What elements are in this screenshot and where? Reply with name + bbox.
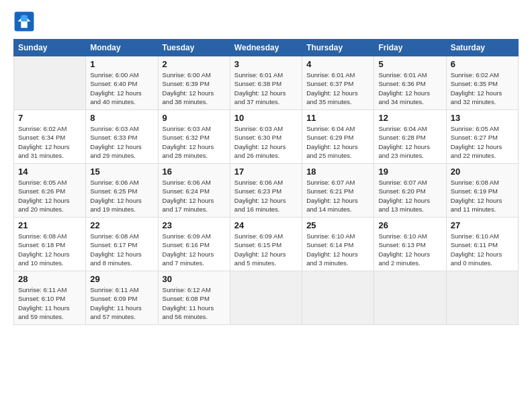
logo-icon xyxy=(13,11,35,32)
day-info: Sunrise: 6:07 AM Sunset: 6:20 PM Dayligh… xyxy=(378,178,441,214)
day-number: 1 xyxy=(90,59,153,69)
day-number: 3 xyxy=(234,59,298,69)
day-number: 12 xyxy=(378,113,441,123)
calendar-week-row: 1Sunrise: 6:00 AM Sunset: 6:40 PM Daylig… xyxy=(14,56,519,110)
day-number: 20 xyxy=(451,167,514,177)
day-number: 26 xyxy=(378,220,441,230)
calendar-cell xyxy=(230,271,302,325)
day-number: 14 xyxy=(18,167,81,177)
day-number: 8 xyxy=(90,113,153,123)
calendar-cell xyxy=(302,271,374,325)
weekday-header: Friday xyxy=(374,40,446,56)
calendar-cell: 24Sunrise: 6:09 AM Sunset: 6:15 PM Dayli… xyxy=(230,218,302,271)
day-info: Sunrise: 6:12 AM Sunset: 6:08 PM Dayligh… xyxy=(163,285,226,321)
day-number: 28 xyxy=(18,274,81,284)
weekday-header: Wednesday xyxy=(230,40,302,56)
day-number: 23 xyxy=(163,220,226,230)
day-info: Sunrise: 6:11 AM Sunset: 6:10 PM Dayligh… xyxy=(18,285,81,321)
calendar-cell: 6Sunrise: 6:02 AM Sunset: 6:35 PM Daylig… xyxy=(446,56,518,110)
calendar-cell: 28Sunrise: 6:11 AM Sunset: 6:10 PM Dayli… xyxy=(14,271,86,325)
day-info: Sunrise: 6:11 AM Sunset: 6:09 PM Dayligh… xyxy=(90,285,153,321)
calendar-cell: 1Sunrise: 6:00 AM Sunset: 6:40 PM Daylig… xyxy=(86,56,158,110)
calendar-cell: 13Sunrise: 6:05 AM Sunset: 6:27 PM Dayli… xyxy=(446,110,518,164)
calendar-table: SundayMondayTuesdayWednesdayThursdayFrid… xyxy=(13,39,519,325)
day-number: 7 xyxy=(18,113,81,123)
calendar-week-row: 21Sunrise: 6:08 AM Sunset: 6:18 PM Dayli… xyxy=(14,218,519,271)
day-number: 24 xyxy=(234,220,298,230)
calendar-cell: 18Sunrise: 6:07 AM Sunset: 6:21 PM Dayli… xyxy=(302,164,374,218)
day-info: Sunrise: 6:05 AM Sunset: 6:26 PM Dayligh… xyxy=(18,178,81,214)
day-info: Sunrise: 6:06 AM Sunset: 6:23 PM Dayligh… xyxy=(234,178,298,214)
calendar-week-row: 7Sunrise: 6:02 AM Sunset: 6:34 PM Daylig… xyxy=(14,110,519,164)
calendar-cell: 27Sunrise: 6:10 AM Sunset: 6:11 PM Dayli… xyxy=(446,218,518,271)
calendar-week-row: 28Sunrise: 6:11 AM Sunset: 6:10 PM Dayli… xyxy=(14,271,519,325)
calendar-cell: 26Sunrise: 6:10 AM Sunset: 6:13 PM Dayli… xyxy=(374,218,446,271)
calendar-cell: 3Sunrise: 6:01 AM Sunset: 6:38 PM Daylig… xyxy=(230,56,302,110)
header xyxy=(13,11,519,32)
day-info: Sunrise: 6:00 AM Sunset: 6:40 PM Dayligh… xyxy=(90,71,153,106)
calendar-cell: 25Sunrise: 6:10 AM Sunset: 6:14 PM Dayli… xyxy=(302,218,374,271)
logo xyxy=(13,11,38,32)
calendar-cell: 21Sunrise: 6:08 AM Sunset: 6:18 PM Dayli… xyxy=(14,218,86,271)
calendar-cell xyxy=(14,56,86,110)
calendar-cell: 15Sunrise: 6:06 AM Sunset: 6:25 PM Dayli… xyxy=(86,164,158,218)
day-info: Sunrise: 6:03 AM Sunset: 6:33 PM Dayligh… xyxy=(90,124,153,160)
calendar-cell: 22Sunrise: 6:08 AM Sunset: 6:17 PM Dayli… xyxy=(86,218,158,271)
day-info: Sunrise: 6:04 AM Sunset: 6:29 PM Dayligh… xyxy=(306,124,369,160)
calendar-cell: 16Sunrise: 6:06 AM Sunset: 6:24 PM Dayli… xyxy=(158,164,230,218)
svg-rect-2 xyxy=(21,15,28,21)
day-info: Sunrise: 6:02 AM Sunset: 6:35 PM Dayligh… xyxy=(451,71,514,106)
day-number: 5 xyxy=(378,59,441,69)
day-number: 30 xyxy=(163,274,226,284)
day-info: Sunrise: 6:03 AM Sunset: 6:32 PM Dayligh… xyxy=(163,124,226,160)
calendar-cell: 14Sunrise: 6:05 AM Sunset: 6:26 PM Dayli… xyxy=(14,164,86,218)
day-info: Sunrise: 6:01 AM Sunset: 6:37 PM Dayligh… xyxy=(306,71,369,106)
calendar-cell: 29Sunrise: 6:11 AM Sunset: 6:09 PM Dayli… xyxy=(86,271,158,325)
weekday-header: Sunday xyxy=(14,40,86,56)
weekday-header: Monday xyxy=(86,40,158,56)
day-number: 27 xyxy=(451,220,514,230)
day-number: 25 xyxy=(306,220,369,230)
day-number: 4 xyxy=(306,59,369,69)
calendar-cell: 9Sunrise: 6:03 AM Sunset: 6:32 PM Daylig… xyxy=(158,110,230,164)
day-number: 2 xyxy=(163,59,226,69)
calendar-cell: 20Sunrise: 6:08 AM Sunset: 6:19 PM Dayli… xyxy=(446,164,518,218)
day-info: Sunrise: 6:02 AM Sunset: 6:34 PM Dayligh… xyxy=(18,124,81,160)
calendar-cell: 2Sunrise: 6:00 AM Sunset: 6:39 PM Daylig… xyxy=(158,56,230,110)
weekday-header: Saturday xyxy=(446,40,518,56)
calendar-cell: 7Sunrise: 6:02 AM Sunset: 6:34 PM Daylig… xyxy=(14,110,86,164)
day-number: 11 xyxy=(306,113,369,123)
day-info: Sunrise: 6:03 AM Sunset: 6:30 PM Dayligh… xyxy=(234,124,298,160)
calendar-cell: 30Sunrise: 6:12 AM Sunset: 6:08 PM Dayli… xyxy=(158,271,230,325)
day-number: 16 xyxy=(163,167,226,177)
day-number: 21 xyxy=(18,220,81,230)
calendar-cell: 17Sunrise: 6:06 AM Sunset: 6:23 PM Dayli… xyxy=(230,164,302,218)
day-number: 19 xyxy=(378,167,441,177)
day-info: Sunrise: 6:09 AM Sunset: 6:16 PM Dayligh… xyxy=(163,232,226,267)
calendar-cell xyxy=(374,271,446,325)
day-info: Sunrise: 6:10 AM Sunset: 6:14 PM Dayligh… xyxy=(306,232,369,267)
day-number: 18 xyxy=(306,167,369,177)
day-info: Sunrise: 6:08 AM Sunset: 6:17 PM Dayligh… xyxy=(90,232,153,267)
calendar-week-row: 14Sunrise: 6:05 AM Sunset: 6:26 PM Dayli… xyxy=(14,164,519,218)
day-info: Sunrise: 6:08 AM Sunset: 6:19 PM Dayligh… xyxy=(451,178,514,214)
day-info: Sunrise: 6:07 AM Sunset: 6:21 PM Dayligh… xyxy=(306,178,369,214)
weekday-header: Tuesday xyxy=(158,40,230,56)
day-info: Sunrise: 6:06 AM Sunset: 6:24 PM Dayligh… xyxy=(163,178,226,214)
day-info: Sunrise: 6:01 AM Sunset: 6:38 PM Dayligh… xyxy=(234,71,298,106)
calendar-cell: 11Sunrise: 6:04 AM Sunset: 6:29 PM Dayli… xyxy=(302,110,374,164)
day-info: Sunrise: 6:10 AM Sunset: 6:13 PM Dayligh… xyxy=(378,232,441,267)
day-number: 17 xyxy=(234,167,298,177)
page: SundayMondayTuesdayWednesdayThursdayFrid… xyxy=(0,0,532,411)
day-info: Sunrise: 6:04 AM Sunset: 6:28 PM Dayligh… xyxy=(378,124,441,160)
day-number: 10 xyxy=(234,113,298,123)
calendar-cell: 23Sunrise: 6:09 AM Sunset: 6:16 PM Dayli… xyxy=(158,218,230,271)
day-info: Sunrise: 6:05 AM Sunset: 6:27 PM Dayligh… xyxy=(451,124,514,160)
calendar-cell: 8Sunrise: 6:03 AM Sunset: 6:33 PM Daylig… xyxy=(86,110,158,164)
calendar-cell: 12Sunrise: 6:04 AM Sunset: 6:28 PM Dayli… xyxy=(374,110,446,164)
calendar-cell: 19Sunrise: 6:07 AM Sunset: 6:20 PM Dayli… xyxy=(374,164,446,218)
header-row: SundayMondayTuesdayWednesdayThursdayFrid… xyxy=(14,40,519,56)
weekday-header: Thursday xyxy=(302,40,374,56)
day-number: 13 xyxy=(451,113,514,123)
day-number: 29 xyxy=(90,274,153,284)
